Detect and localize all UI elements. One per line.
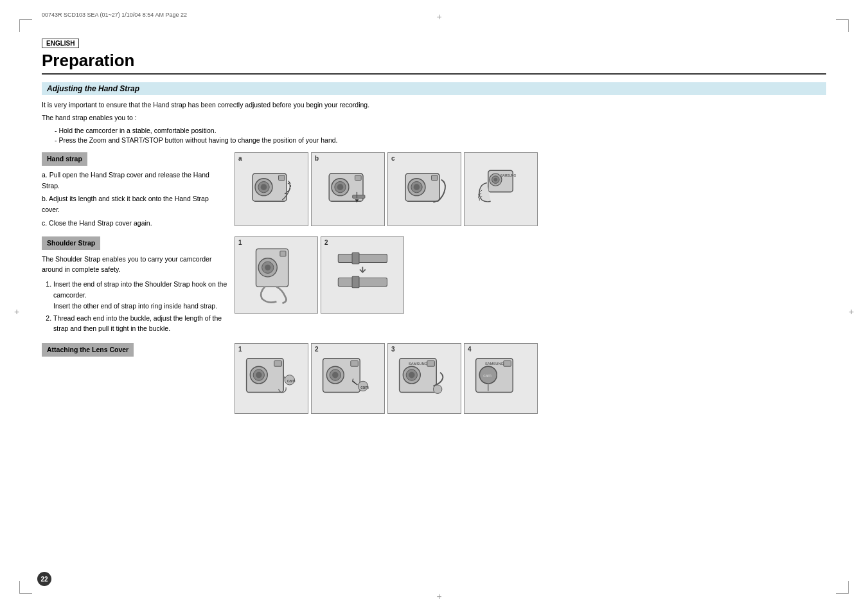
hand-strap-step-a: a. Pull open the Hand Strap cover and re… [42, 170, 228, 191]
hand-strap-step-b: b. Adjust its length and stick it back o… [42, 193, 228, 215]
header-info: 00743R SCD103 SEA (01~27) 1/10/04 8:54 A… [42, 12, 187, 18]
lens-cover-label: Attaching the Lens Cover [42, 343, 134, 357]
svg-rect-50 [427, 361, 435, 367]
lens-cover-text: Attaching the Lens Cover [42, 343, 228, 414]
lens-cover-img-1-label: 1 [238, 346, 242, 353]
camcorder-svg-a [240, 158, 302, 220]
svg-text:SAMSUNG: SAMSUNG [500, 174, 517, 177]
page-title: Preparation [42, 51, 826, 75]
lens-cover-svg-1: cam [240, 349, 302, 408]
hand-strap-text: Hand strap a. Pull open the Hand Strap c… [42, 152, 228, 229]
english-badge: ENGLISH [42, 39, 79, 48]
shoulder-strap-images: 1 2 [235, 236, 826, 335]
svg-point-8 [337, 184, 344, 191]
page-number: 22 [37, 572, 51, 586]
shoulder-svg-1 [242, 243, 312, 307]
bullet-1: Hold the camcorder in a stable, comforta… [55, 126, 826, 136]
lens-cover-row: Attaching the Lens Cover 1 cam [42, 343, 826, 414]
svg-rect-27 [338, 254, 387, 262]
hand-strap-img-d: SAMSUNG [464, 152, 538, 226]
svg-rect-16 [432, 175, 438, 181]
lens-cover-img-1: 1 cam [235, 343, 308, 414]
svg-point-34 [256, 372, 262, 378]
shoulder-img-2-label: 2 [324, 239, 328, 246]
camcorder-svg-c [393, 158, 455, 220]
svg-rect-43 [351, 361, 359, 367]
svg-point-20 [494, 178, 498, 182]
shoulder-step-1: Insert the end of strap into the Shoulde… [53, 279, 228, 311]
hand-strap-label: Hand strap [42, 152, 87, 166]
hand-strap-img-c: c [387, 152, 461, 226]
page-container: 00743R SCD103 SEA (01~27) 1/10/04 8:54 A… [0, 0, 868, 613]
svg-text:cam: cam [484, 374, 492, 378]
hand-strap-img-b: b [311, 152, 385, 226]
main-content: ENGLISH Preparation Adjusting the Hand S… [42, 39, 826, 574]
lens-cover-svg-4: cam SAMSUNG [470, 349, 531, 408]
lens-cover-svg-3: SAMSUNG [393, 349, 455, 408]
lens-cover-svg-2: cam [317, 349, 378, 408]
svg-rect-10 [353, 195, 365, 199]
svg-rect-35 [274, 361, 282, 367]
lens-cover-img-2-label: 2 [315, 346, 319, 353]
shoulder-strap-label: Shoulder Strap [42, 236, 100, 250]
corner-mark-tr [836, 19, 849, 32]
svg-point-3 [261, 184, 267, 191]
hand-strap-img-b-label: b [315, 155, 319, 162]
corner-mark-bl [19, 581, 32, 594]
camcorder-svg-d: SAMSUNG [470, 158, 531, 220]
svg-rect-9 [355, 175, 362, 181]
intro-text-1: It is very important to ensure that the … [42, 100, 826, 111]
lens-cover-img-2: 2 cam [311, 343, 385, 414]
hand-strap-bullets: Hold the camcorder in a stable, comforta… [55, 126, 826, 147]
svg-point-49 [409, 372, 415, 378]
svg-rect-30 [352, 276, 359, 287]
lens-cover-img-3-label: 3 [391, 346, 395, 353]
hand-strap-row: Hand strap a. Pull open the Hand Strap c… [42, 152, 826, 229]
svg-text:SAMSUNG: SAMSUNG [485, 362, 504, 366]
shoulder-strap-row: Shoulder Strap The Shoulder Strap enable… [42, 236, 826, 335]
hand-strap-img-a: a [235, 152, 308, 226]
lens-cover-img-4-label: 4 [468, 346, 472, 353]
corner-mark-tl [19, 19, 32, 32]
reg-mark-top [434, 12, 445, 22]
intro-text-2: The hand strap enables you to : [42, 113, 826, 123]
lens-cover-images: 1 cam [235, 343, 826, 414]
lens-cover-img-3: 3 SAMSUNG [387, 343, 461, 414]
hand-strap-step-c: c. Close the Hand Strap cover again. [42, 218, 228, 229]
camcorder-svg-b [317, 158, 378, 220]
corner-mark-br [836, 581, 849, 594]
shoulder-svg-2 [328, 243, 398, 307]
hand-strap-images: a [235, 152, 826, 229]
svg-rect-4 [279, 175, 285, 181]
shoulder-strap-intro: The Shoulder Strap enables you to carry … [42, 254, 228, 276]
bullet-2: Press the Zoom and START/STOP button wit… [55, 136, 826, 146]
shoulder-strap-img-2: 2 [321, 236, 404, 314]
lens-cover-img-4: 4 cam SAMSUNG [464, 343, 538, 414]
svg-text:SAMSUNG: SAMSUNG [409, 362, 428, 366]
reg-mark-bottom [434, 591, 445, 601]
reg-mark-right [846, 306, 856, 317]
svg-text:cam: cam [287, 378, 296, 383]
hand-strap-section-heading: Adjusting the Hand Strap [42, 82, 826, 95]
shoulder-strap-steps: Insert the end of strap into the Shoulde… [53, 279, 228, 334]
hand-strap-img-c-label: c [391, 155, 395, 162]
svg-rect-29 [338, 278, 387, 286]
svg-point-52 [434, 385, 442, 393]
svg-rect-26 [279, 251, 285, 256]
svg-rect-57 [504, 361, 511, 367]
svg-text:cam: cam [361, 385, 369, 389]
reg-mark-left [12, 306, 22, 317]
shoulder-step-2: Thread each end into the buckle, adjust … [53, 313, 228, 335]
shoulder-img-1-label: 1 [238, 239, 242, 246]
svg-point-42 [332, 372, 339, 378]
shoulder-strap-img-1: 1 [235, 236, 318, 314]
svg-point-25 [265, 264, 270, 270]
hand-strap-img-a-label: a [238, 155, 242, 162]
svg-point-15 [414, 184, 420, 191]
shoulder-strap-text: Shoulder Strap The Shoulder Strap enable… [42, 236, 228, 335]
svg-rect-28 [352, 253, 359, 263]
